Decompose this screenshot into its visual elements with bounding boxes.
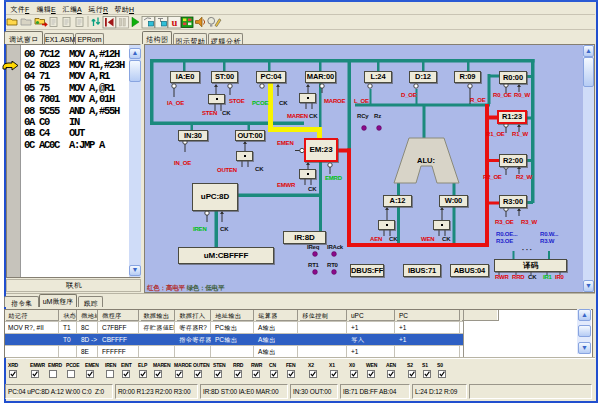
svg-text:ALU:: ALU: [417, 156, 435, 165]
